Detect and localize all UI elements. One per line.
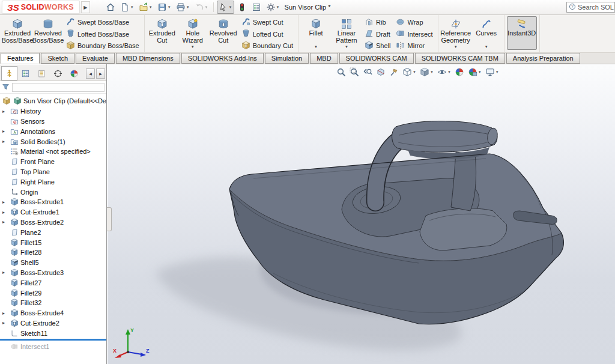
instant3d-button[interactable]: Instant3D bbox=[507, 16, 537, 50]
lofted-cut-button[interactable]: Lofted Cut bbox=[239, 29, 295, 40]
section-view-button[interactable] bbox=[375, 67, 387, 77]
tree-item-boss-extrude4[interactable]: ▸Boss-Extrude4 bbox=[0, 308, 106, 318]
tree-item-fillet15[interactable]: Fillet15 bbox=[0, 237, 106, 247]
model-3d-sun-visor-clip[interactable] bbox=[108, 64, 615, 364]
tab-analysis-preparation[interactable]: Analysis Preparation bbox=[506, 53, 580, 64]
tree-item-origin[interactable]: Origin bbox=[0, 187, 106, 197]
previous-view-button[interactable] bbox=[362, 67, 374, 77]
hole-wizard-button[interactable]: Hole Wizard▼ bbox=[178, 16, 208, 50]
fillet-button[interactable]: Fillet▼ bbox=[301, 16, 331, 50]
tree-filter-input[interactable] bbox=[12, 83, 105, 92]
tree-item-solid-bodies-1[interactable]: ▸Solid Bodies(1) bbox=[0, 136, 106, 147]
dropdown-arrow-icon[interactable]: ▼ bbox=[430, 70, 434, 74]
curves-button[interactable]: Curves▼ bbox=[471, 16, 501, 50]
dropdown-arrow-icon[interactable]: ▼ bbox=[314, 45, 318, 49]
dropdown-arrow-icon[interactable]: ▼ bbox=[149, 5, 153, 9]
tree-item-shell5[interactable]: Shell5 bbox=[0, 258, 106, 268]
tree-item-annotations[interactable]: ▸Annotations bbox=[0, 126, 106, 136]
tree-item-cut-extrude1[interactable]: ▸Cut-Extrude1 bbox=[0, 207, 106, 217]
dropdown-arrow-icon[interactable]: ▼ bbox=[413, 70, 416, 74]
undo-button[interactable]: ▼ bbox=[193, 1, 210, 14]
tree-item-fillet27[interactable]: Fillet27 bbox=[0, 278, 106, 288]
tab-sketch[interactable]: Sketch bbox=[41, 53, 74, 64]
edit-appearance-button[interactable] bbox=[453, 67, 465, 77]
tree-item-material-not-specified[interactable]: Material <not specified> bbox=[0, 147, 106, 157]
expand-arrow-icon[interactable]: ▸ bbox=[2, 311, 10, 316]
tree-item-fillet29[interactable]: Fillet29 bbox=[0, 288, 106, 298]
apply-scene-button[interactable]: ▼ bbox=[467, 67, 483, 77]
tab-solidworks-cam[interactable]: SOLIDWORKS CAM bbox=[339, 53, 414, 64]
zoom-area-button[interactable] bbox=[348, 67, 360, 77]
tree-item-sketch11[interactable]: Sketch11 bbox=[0, 328, 106, 338]
lofted-boss-base-button[interactable]: Lofted Boss/Base bbox=[64, 29, 142, 40]
tree-item-sun-visor-clip-default-default[interactable]: Sun Visor Clip (Default<<Default> bbox=[0, 96, 106, 106]
tab-simulation[interactable]: Simulation bbox=[265, 53, 309, 64]
revolved-cut-button[interactable]: Revolved Cut bbox=[208, 16, 238, 50]
revolved-boss-base-button[interactable]: Revolved Boss/Base bbox=[33, 16, 63, 50]
dropdown-arrow-icon[interactable]: ▼ bbox=[186, 5, 190, 9]
tab-features[interactable]: Features bbox=[1, 53, 40, 64]
select-cursor-button[interactable]: ▼ bbox=[217, 1, 234, 14]
dropdown-arrow-icon[interactable]: ▼ bbox=[447, 70, 451, 74]
tree-item-top-plane[interactable]: Top Plane bbox=[0, 167, 106, 177]
dropdown-arrow-icon[interactable]: ▼ bbox=[276, 5, 280, 9]
scroll-right-arrow-icon[interactable]: ▶ bbox=[96, 68, 105, 79]
configurationmanager-tab[interactable] bbox=[34, 66, 50, 80]
boundary-cut-button[interactable]: Boundary Cut bbox=[239, 40, 295, 51]
open-document-button[interactable]: ▼ bbox=[137, 1, 154, 14]
options-gear-button[interactable]: ▼ bbox=[264, 1, 282, 14]
rebuild-traffic-light-button[interactable] bbox=[235, 1, 249, 14]
dropdown-arrow-icon[interactable]: ▼ bbox=[205, 5, 208, 9]
tab-solidworks-cam-tbm[interactable]: SOLIDWORKS CAM TBM bbox=[415, 53, 505, 64]
reference-geometry-button[interactable]: Reference Geometry▼ bbox=[441, 16, 471, 50]
expand-arrow-icon[interactable]: ▸ bbox=[2, 199, 10, 205]
tab-evaluate[interactable]: Evaluate bbox=[76, 53, 115, 64]
display-style-button[interactable]: ▼ bbox=[419, 67, 435, 77]
print-button[interactable]: ▼ bbox=[174, 1, 192, 14]
tree-item-boss-extrude3[interactable]: ▸Boss-Extrude3 bbox=[0, 268, 106, 278]
tree-item-cut-extrude2[interactable]: ▸Cut-Extrude2 bbox=[0, 318, 106, 329]
tab-mbd[interactable]: MBD bbox=[310, 53, 338, 64]
dynamic-annotation-button[interactable] bbox=[388, 67, 400, 77]
hide-show-items-button[interactable]: ▼ bbox=[436, 67, 452, 77]
tree-item-boss-extrude2[interactable]: ▸Boss-Extrude2 bbox=[0, 217, 106, 228]
extruded-cut-button[interactable]: Extruded Cut bbox=[147, 16, 177, 50]
rollback-bar[interactable] bbox=[0, 339, 106, 341]
dropdown-arrow-icon[interactable]: ▼ bbox=[130, 5, 134, 9]
expand-arrow-icon[interactable]: ▸ bbox=[2, 320, 10, 326]
dropdown-arrow-icon[interactable]: ▼ bbox=[229, 5, 232, 9]
tree-item-sensors[interactable]: Sensors bbox=[0, 117, 106, 127]
intersect-button[interactable]: Intersect bbox=[393, 29, 435, 40]
shell-button[interactable]: Shell bbox=[362, 40, 393, 51]
tab-solidworks-add-ins[interactable]: SOLIDWORKS Add-Ins bbox=[181, 53, 264, 64]
dropdown-arrow-icon[interactable]: ▼ bbox=[454, 45, 458, 49]
featuremanager-tree-tab[interactable] bbox=[1, 66, 17, 80]
tree-item-history[interactable]: ▸History bbox=[0, 106, 106, 117]
dimxpertmanager-tab[interactable] bbox=[50, 66, 66, 80]
dropdown-arrow-icon[interactable]: ▼ bbox=[478, 70, 482, 74]
view-settings-button[interactable]: ▼ bbox=[484, 67, 500, 77]
dropdown-arrow-icon[interactable]: ▼ bbox=[485, 45, 488, 49]
expand-arrow-icon[interactable]: ▸ bbox=[2, 129, 10, 134]
home-button[interactable] bbox=[104, 1, 117, 14]
mirror-button[interactable]: Mirror bbox=[393, 40, 435, 51]
linear-pattern-button[interactable]: Linear Pattern▼ bbox=[332, 16, 362, 50]
tree-item-front-plane[interactable]: Front Plane bbox=[0, 157, 106, 167]
tab-mbd-dimensions[interactable]: MBD Dimensions bbox=[116, 53, 180, 64]
expand-arrow-icon[interactable]: ▸ bbox=[2, 109, 10, 114]
tree-item-plane2[interactable]: Plane2 bbox=[0, 227, 106, 237]
dropdown-arrow-icon[interactable]: ▼ bbox=[191, 45, 195, 49]
tree-item-fillet28[interactable]: Fillet28 bbox=[0, 247, 106, 258]
panel-splitter[interactable] bbox=[107, 207, 112, 231]
expand-arrow-icon[interactable]: ▸ bbox=[2, 219, 10, 225]
draft-button[interactable]: Draft bbox=[362, 29, 393, 40]
view-orientation-button[interactable]: ▼ bbox=[401, 67, 417, 77]
swept-cut-button[interactable]: Swept Cut bbox=[239, 17, 295, 28]
propertymanager-tab[interactable] bbox=[17, 66, 34, 80]
expand-arrow-icon[interactable]: ▸ bbox=[2, 210, 10, 215]
document-properties-button[interactable] bbox=[250, 1, 263, 14]
search-box[interactable]: ? Search SOLIDW bbox=[566, 2, 615, 13]
swept-boss-base-button[interactable]: Swept Boss/Base bbox=[64, 17, 142, 28]
zoom-fit-button[interactable] bbox=[335, 67, 347, 77]
displaymanager-tab[interactable] bbox=[66, 66, 82, 80]
